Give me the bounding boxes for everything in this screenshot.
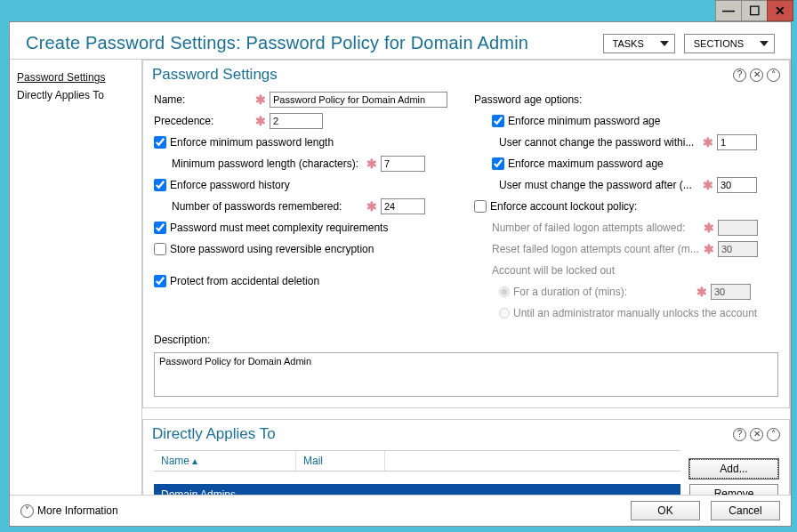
required-icon: ✱ (252, 93, 270, 107)
until-admin-label: Until an administrator manually unlocks … (513, 307, 757, 319)
min-length-input[interactable] (381, 156, 425, 172)
required-icon: ✱ (693, 285, 711, 299)
min-age-input[interactable] (717, 134, 757, 150)
precedence-label: Precedence: (154, 115, 252, 127)
max-age-input[interactable] (717, 177, 757, 193)
name-input[interactable] (270, 92, 447, 108)
max-age-checkbox[interactable] (492, 157, 504, 170)
chevron-down-icon (760, 41, 769, 46)
close-section-icon[interactable]: ✕ (750, 428, 763, 441)
required-icon: ✱ (700, 242, 718, 256)
age-options-label: Password age options: (474, 93, 582, 106)
history-label: Enforce password history (170, 179, 290, 191)
name-label: Name: (154, 93, 252, 106)
reset-count-input (718, 241, 758, 257)
required-icon: ✱ (699, 178, 717, 192)
tasks-dropdown[interactable]: TASKS (603, 34, 675, 53)
reversible-checkbox[interactable] (154, 243, 166, 255)
window-title: Create Password Settings: Password Polic… (26, 33, 528, 53)
column-blank (385, 451, 680, 471)
max-age-label: Enforce maximum password age (508, 157, 664, 170)
column-name[interactable]: Name ▴ (154, 451, 296, 471)
directly-applies-to-section: Directly Applies To ? ✕ ˄ Name ▴ (142, 419, 790, 495)
collapse-icon[interactable]: ˄ (767, 428, 780, 441)
failed-attempts-label: Number of failed logon attempts allowed: (492, 222, 700, 234)
min-age-text: User cannot change the password withi... (499, 136, 699, 149)
close-section-icon[interactable]: ✕ (750, 69, 763, 82)
reset-count-label: Reset failed logon attempts count after … (492, 243, 700, 255)
duration-label: For a duration of (mins): (513, 286, 693, 298)
protect-label: Protect from accidental deletion (170, 275, 319, 287)
applies-to-table: Name ▴ Mail Domain Admins (154, 450, 680, 495)
lockout-label: Enforce account lockout policy: (490, 200, 637, 213)
history-input[interactable] (381, 198, 425, 214)
duration-radio (499, 286, 510, 297)
failed-attempts-input (718, 220, 758, 236)
until-admin-radio (499, 308, 510, 318)
ok-button[interactable]: OK (631, 501, 700, 520)
section-title: Password Settings (152, 66, 733, 84)
min-age-checkbox[interactable] (492, 115, 504, 127)
required-icon: ✱ (699, 135, 717, 149)
window-header: Create Password Settings: Password Polic… (10, 22, 791, 59)
duration-input (711, 284, 751, 300)
content-area: Password Settings ? ✕ ˄ Name: (141, 60, 791, 495)
description-label: Description: (154, 334, 210, 346)
protect-checkbox[interactable] (154, 275, 166, 287)
maximize-button[interactable]: ☐ (741, 0, 768, 21)
history-count-label: Number of passwords remembered: (172, 200, 363, 213)
min-length-chars-label: Minimum password length (characters): (172, 157, 363, 170)
complexity-label: Password must meet complexity requiremen… (170, 222, 388, 234)
sidebar: Password Settings Directly Applies To (10, 60, 141, 495)
minimize-button[interactable]: — (715, 0, 742, 21)
collapse-icon[interactable]: ˄ (767, 69, 780, 82)
close-button[interactable]: ✕ (767, 0, 793, 21)
description-input[interactable]: Password Policy for Domain Admin (154, 352, 778, 397)
password-settings-section: Password Settings ? ✕ ˄ Name: (142, 60, 790, 408)
lockout-checkbox[interactable] (474, 200, 487, 213)
section-title: Directly Applies To (152, 425, 733, 443)
window: Create Password Settings: Password Polic… (9, 21, 792, 527)
required-icon: ✱ (363, 199, 381, 214)
sections-dropdown[interactable]: SECTIONS (684, 34, 775, 53)
required-icon: ✱ (252, 114, 270, 128)
footer: ˅ More Information OK Cancel (10, 495, 791, 526)
add-button[interactable]: Add... (689, 459, 778, 479)
reversible-label: Store password using reversible encrypti… (170, 243, 374, 255)
complexity-checkbox[interactable] (154, 222, 166, 234)
sidebar-item-directly-applies-to[interactable]: Directly Applies To (17, 86, 134, 104)
precedence-input[interactable] (270, 113, 323, 129)
history-checkbox[interactable] (154, 179, 166, 191)
chevron-down-icon: ˅ (20, 504, 34, 518)
more-information-link[interactable]: ˅ More Information (20, 504, 631, 518)
cancel-button[interactable]: Cancel (711, 501, 780, 520)
titlebar: — ☐ ✕ (0, 0, 797, 21)
locked-out-label: Account will be locked out (492, 264, 615, 277)
table-row[interactable]: Domain Admins (154, 484, 680, 495)
min-length-label: Enforce minimum password length (170, 136, 334, 149)
help-icon[interactable]: ? (733, 428, 746, 441)
chevron-down-icon (660, 41, 669, 46)
max-age-text: User must change the password after (... (499, 179, 699, 191)
help-icon[interactable]: ? (733, 69, 746, 82)
min-age-label: Enforce minimum password age (508, 115, 660, 127)
sidebar-item-password-settings[interactable]: Password Settings (17, 69, 134, 86)
min-length-checkbox[interactable] (154, 136, 166, 149)
remove-button[interactable]: Remove (689, 484, 778, 495)
column-mail[interactable]: Mail (296, 451, 385, 471)
sort-asc-icon: ▴ (192, 455, 197, 467)
required-icon: ✱ (700, 221, 718, 235)
required-icon: ✱ (363, 157, 381, 171)
